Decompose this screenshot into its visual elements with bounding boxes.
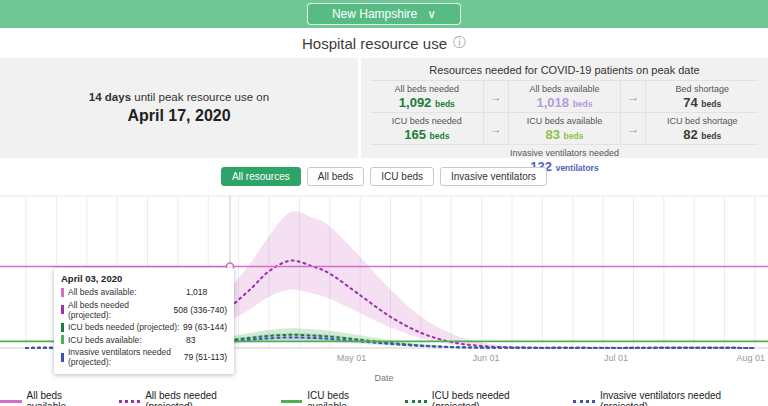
arrow-right-icon: →: [620, 80, 646, 112]
dashed-line-swatch: [119, 400, 141, 403]
tooltip-row: Invasive ventilators needed (projected):…: [61, 347, 227, 367]
peak-summary-rest: until peak resource use on: [131, 91, 269, 103]
series-color-mark: [61, 288, 64, 297]
arrow-right-icon: →: [483, 80, 509, 112]
legend-label: ICU beds available: [307, 390, 389, 406]
days-until-peak: 14 days: [89, 91, 131, 103]
tooltip-row-value: 83: [186, 335, 195, 345]
legend-label: All beds available: [27, 390, 103, 406]
stat-unit: beds: [435, 99, 455, 109]
svg-text:May 01: May 01: [337, 353, 367, 363]
stat-unit: beds: [573, 99, 593, 109]
stat-icu-beds-available: ICU beds available 83 beds: [509, 112, 621, 144]
stat-unit: beds: [701, 131, 721, 141]
stat-label: ICU bed shortage: [648, 116, 756, 126]
tooltip-row: ICU beds needed (projected):99 (63-144): [61, 322, 227, 332]
tab-invasive-ventilators[interactable]: Invasive ventilators: [440, 167, 547, 186]
tooltip-row-value: 1,018: [186, 287, 207, 297]
stat-label: Bed shortage: [648, 84, 756, 94]
series-color-mark: [61, 353, 64, 362]
stat-label: All beds available: [511, 84, 619, 94]
series-color-mark: [61, 305, 64, 314]
tooltip-date: April 03, 2020: [61, 273, 227, 284]
tab-all-resources[interactable]: All resources: [221, 167, 301, 186]
tooltip-row: All beds available:1,018: [61, 287, 227, 297]
svg-text:Aug 01: Aug 01: [736, 353, 765, 363]
legend-item-all-beds-needed-projected[interactable]: All beds needed (projected): [119, 390, 265, 406]
tab-icu-beds[interactable]: ICU beds: [370, 167, 434, 186]
stat-value: 83: [546, 127, 560, 142]
page-title: Hospital resource use: [302, 35, 447, 52]
arrow-right-icon: →: [620, 112, 646, 144]
stat-label: ICU beds available: [511, 116, 619, 126]
resources-needed-panel: Resources needed for COVID-19 patients o…: [361, 58, 768, 158]
legend-label: ICU beds needed (projected): [432, 390, 558, 406]
stat-icu-bed-shortage: ICU bed shortage 82 beds: [646, 112, 758, 144]
stat-label: Invasive ventilators needed: [373, 148, 756, 158]
chart-tooltip: April 03, 2020 All beds available:1,018A…: [54, 268, 234, 374]
tooltip-rows: All beds available:1,018All beds needed …: [61, 287, 227, 367]
chart-legend: All beds availableAll beds needed (proje…: [0, 390, 768, 406]
svg-text:Jun 01: Jun 01: [472, 353, 499, 363]
resources-panel-title: Resources needed for COVID-19 patients o…: [371, 61, 758, 80]
tab-all-beds[interactable]: All beds: [307, 167, 365, 186]
tooltip-row-label: ICU beds available:: [68, 335, 186, 345]
series-color-mark: [61, 335, 64, 344]
resources-grid: All beds needed 1,092 beds → All beds av…: [371, 80, 758, 176]
stat-value: 1,092: [399, 95, 432, 110]
tooltip-row-value: 79 (51-113): [184, 352, 227, 362]
region-selector[interactable]: New Hampshire ∨: [307, 3, 461, 25]
legend-item-invasive-ventilators-needed-projected[interactable]: Invasive ventilators needed (projected): [573, 390, 768, 406]
chevron-down-icon: ∨: [427, 7, 436, 21]
legend-item-all-beds-available[interactable]: All beds available: [0, 390, 103, 406]
chart-area: Mar 01Apr 01May 01Jun 01Jul 01Aug 01 Apr…: [0, 190, 768, 372]
dashed-line-swatch: [405, 400, 427, 403]
tooltip-row-value: 508 (336-740): [174, 305, 227, 315]
arrow-right-icon: →: [483, 112, 509, 144]
stat-label: ICU beds needed: [373, 116, 481, 126]
peak-summary-panel: 14 days until peak resource use on April…: [0, 58, 358, 158]
stat-value: 74: [683, 95, 697, 110]
peak-summary-text: 14 days until peak resource use on: [89, 91, 269, 103]
dashed-line-swatch: [573, 400, 595, 403]
stat-label: All beds needed: [373, 84, 481, 94]
tooltip-row-label: Invasive ventilators needed (projected):: [68, 347, 184, 367]
peak-date: April 17, 2020: [127, 107, 230, 125]
stat-value: 1,018: [536, 95, 569, 110]
stat-value: 82: [683, 127, 697, 142]
stat-icu-beds-needed: ICU beds needed 165 beds: [371, 112, 483, 144]
tooltip-row-value: 99 (63-144): [183, 322, 227, 332]
stat-unit: beds: [430, 131, 450, 141]
stat-value: 165: [404, 127, 426, 142]
legend-item-icu-beds-available[interactable]: ICU beds available: [281, 390, 390, 406]
tooltip-row-label: All beds available:: [68, 287, 186, 297]
page-header: Hospital resource use ⓘ: [0, 28, 768, 58]
legend-label: Invasive ventilators needed (projected): [600, 390, 768, 406]
stat-bed-shortage: Bed shortage 74 beds: [646, 80, 758, 112]
stat-unit: ventilators: [556, 163, 599, 173]
tooltip-row: All beds needed (projected):508 (336-740…: [61, 300, 227, 320]
stat-unit: beds: [701, 99, 721, 109]
tooltip-row: ICU beds available:83: [61, 335, 227, 345]
solid-line-swatch: [0, 400, 22, 403]
solid-line-swatch: [281, 400, 303, 403]
legend-label: All beds needed (projected): [145, 390, 265, 406]
app: { "colors": { "topbar_green": "#6fc795",…: [0, 0, 768, 406]
stat-unit: beds: [564, 131, 584, 141]
info-icon[interactable]: ⓘ: [453, 34, 466, 52]
summary-panels: 14 days until peak resource use on April…: [0, 58, 768, 158]
series-color-mark: [61, 323, 64, 332]
tooltip-row-label: ICU beds needed (projected):: [68, 322, 183, 332]
region-selector-label: New Hampshire: [332, 7, 417, 21]
stat-all-beds-available: All beds available 1,018 beds: [509, 80, 621, 112]
x-axis-label: Date: [0, 373, 768, 383]
top-bar: New Hampshire ∨: [0, 0, 768, 28]
tooltip-row-label: All beds needed (projected):: [68, 300, 174, 320]
legend-item-icu-beds-needed-projected[interactable]: ICU beds needed (projected): [405, 390, 557, 406]
svg-text:Jul 01: Jul 01: [604, 353, 628, 363]
stat-all-beds-needed: All beds needed 1,092 beds: [371, 80, 483, 112]
